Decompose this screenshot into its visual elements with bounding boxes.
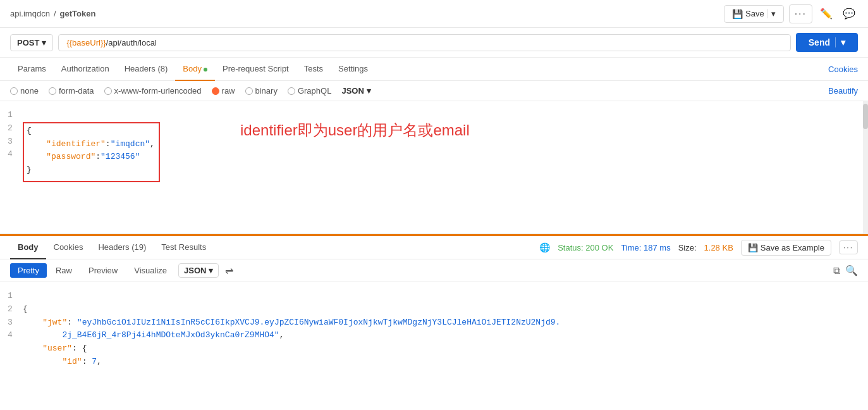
- json-format-select[interactable]: JSON ▾: [178, 263, 219, 278]
- globe-icon: 🌐: [539, 242, 550, 252]
- json-select[interactable]: JSON ▾: [341, 86, 370, 96]
- radio-graphql[interactable]: GraphQL: [288, 86, 331, 96]
- breadcrumb: api.imqdcn / getToken: [10, 9, 724, 18]
- time-value: Time: 187 ms: [621, 243, 670, 252]
- save-chevron[interactable]: ▾: [767, 9, 776, 18]
- tab-settings[interactable]: Settings: [331, 58, 376, 81]
- radio-circle-urlencoded: [104, 87, 112, 95]
- radio-none[interactable]: none: [10, 86, 39, 96]
- top-bar-actions: 💾 Save ▾ ··· ✏️ 💬: [724, 4, 858, 23]
- tabs-right: Cookies: [828, 65, 858, 74]
- editor-area: 1 2 3 4 { "identifier":"imqdcn", "passwo…: [0, 101, 868, 234]
- format-visualize[interactable]: Visualize: [126, 263, 174, 278]
- response-body: 1 2 3 4 { "jwt": "eyJhbGciOiJIUzI1NiIsIn…: [0, 282, 868, 390]
- json-chevron: ▾: [367, 86, 371, 96]
- radio-urlencoded[interactable]: x-www-form-urlencoded: [104, 86, 202, 96]
- response-format-row: Pretty Raw Preview Visualize JSON ▾ ⇌ ⧉ …: [0, 259, 868, 282]
- resp-icons: ⧉ 🔍: [833, 264, 858, 276]
- tab-authorization[interactable]: Authorization: [54, 58, 117, 81]
- save-example-icon: 💾: [748, 243, 758, 252]
- resp-tab-body[interactable]: Body: [10, 236, 46, 259]
- tab-params[interactable]: Params: [10, 58, 54, 81]
- size-label: Size:: [678, 243, 697, 252]
- copy-icon-button[interactable]: ⧉: [833, 264, 840, 276]
- edit-icon-button[interactable]: ✏️: [817, 5, 835, 22]
- body-options-row: none form-data x-www-form-urlencoded raw…: [0, 81, 868, 101]
- cookies-link[interactable]: Cookies: [828, 65, 858, 74]
- radio-form-data[interactable]: form-data: [49, 86, 94, 96]
- scrollbar-thumb: [863, 104, 868, 129]
- format-raw[interactable]: Raw: [48, 263, 80, 278]
- radio-circle-graphql: [288, 87, 295, 95]
- url-input-wrapper[interactable]: {{baseUrl}} /api/auth/local: [58, 34, 790, 51]
- wrap-icon[interactable]: ⇌: [225, 264, 233, 276]
- response-tabs-row: Body Cookies Headers (19) Test Results 🌐…: [0, 234, 868, 259]
- resp-line-numbers: 1 2 3 4: [0, 282, 20, 390]
- save-button[interactable]: 💾 Save ▾: [724, 5, 784, 23]
- body-dot: [204, 68, 207, 71]
- resp-tab-test-results[interactable]: Test Results: [154, 236, 214, 259]
- save-icon: 💾: [732, 9, 743, 19]
- annotation-text: identifier即为user的用户名或email: [240, 120, 470, 140]
- line-numbers: 1 2 3 4: [0, 101, 20, 233]
- status-badge: Status: 200 OK: [558, 243, 613, 252]
- format-preview[interactable]: Preview: [81, 263, 125, 278]
- breadcrumb-sep: /: [54, 9, 56, 18]
- scrollbar[interactable]: [863, 101, 868, 233]
- radio-raw[interactable]: raw: [212, 86, 235, 96]
- radio-circle-binary: [245, 87, 253, 95]
- search-icon-button[interactable]: 🔍: [845, 264, 858, 276]
- radio-circle-raw: [212, 87, 219, 95]
- resp-more-button[interactable]: ···: [839, 240, 858, 254]
- save-label: Save: [745, 9, 764, 18]
- tab-pre-request[interactable]: Pre-request Script: [215, 58, 296, 81]
- tab-tests[interactable]: Tests: [296, 58, 331, 81]
- method-select[interactable]: POST ▾: [10, 34, 53, 51]
- response-meta: 🌐 Status: 200 OK Time: 187 ms Size: 1.28…: [539, 240, 858, 256]
- resp-code-block: { "jwt": "eyJhbGciOiJIUzI1NiIsInR5cCI6Ik…: [20, 282, 868, 390]
- radio-circle-form-data: [49, 87, 56, 95]
- send-chevron[interactable]: ▾: [835, 37, 845, 47]
- top-bar: api.imqdcn / getToken 💾 Save ▾ ··· ✏️ 💬: [0, 0, 868, 28]
- comment-icon-button[interactable]: 💬: [840, 5, 858, 22]
- breadcrumb-page: getToken: [60, 9, 96, 18]
- breadcrumb-api: api.imqdcn: [10, 9, 50, 18]
- code-block: { "identifier":"imqdcn", "password":"123…: [23, 122, 160, 182]
- beautify-link[interactable]: Beautify: [828, 86, 858, 96]
- send-label: Send: [809, 37, 835, 47]
- resp-tab-headers[interactable]: Headers (19): [90, 236, 154, 259]
- method-chevron: ▾: [42, 38, 46, 47]
- more-button[interactable]: ···: [789, 4, 812, 23]
- radio-circle-none: [10, 87, 18, 95]
- tab-body[interactable]: Body: [175, 58, 215, 81]
- resp-tab-cookies[interactable]: Cookies: [46, 236, 91, 259]
- url-base: {{baseUrl}}: [66, 38, 106, 47]
- save-example-button[interactable]: 💾 Save as Example: [741, 240, 831, 256]
- tab-headers[interactable]: Headers (8): [117, 58, 176, 81]
- save-example-label: Save as Example: [761, 243, 824, 252]
- radio-binary[interactable]: binary: [245, 86, 278, 96]
- format-pretty[interactable]: Pretty: [10, 263, 47, 278]
- method-label: POST: [17, 38, 39, 47]
- request-tabs-row: Params Authorization Headers (8) Body Pr…: [0, 58, 868, 81]
- url-path: /api/auth/local: [106, 38, 157, 47]
- send-button[interactable]: Send ▾: [796, 33, 858, 52]
- size-value: 1.28 KB: [704, 243, 733, 252]
- url-bar: POST ▾ {{baseUrl}} /api/auth/local Send …: [0, 28, 868, 58]
- json-format-chevron: ▾: [209, 266, 213, 275]
